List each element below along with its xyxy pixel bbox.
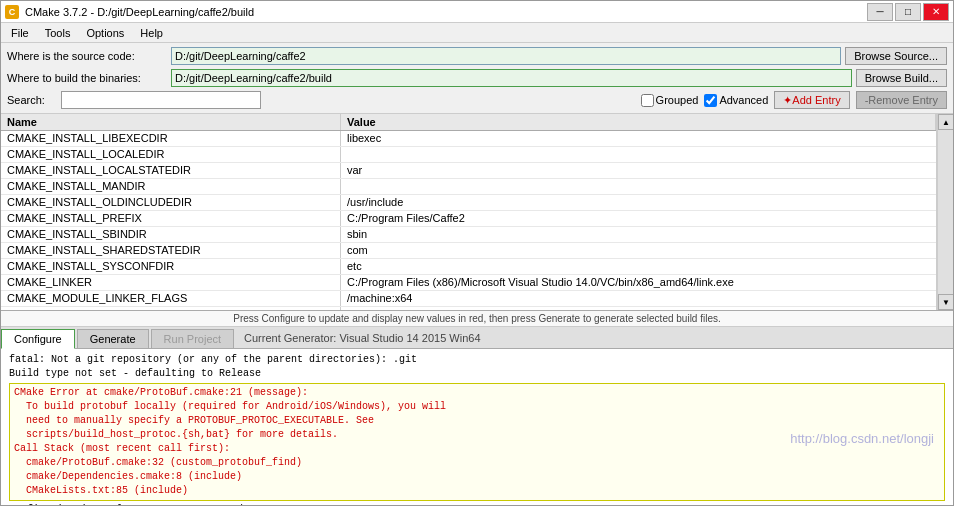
table-row[interactable]: CMAKE_INSTALL_SHAREDSTATEDIR com	[1, 243, 936, 259]
table-cell-value: libexec	[341, 131, 936, 146]
table-cell-value: com	[341, 243, 936, 258]
bottom-area: Press Configure to update and display ne…	[1, 310, 953, 505]
table-cell-name: CMAKE_INSTALL_SBINDIR	[1, 227, 341, 242]
browse-build-button[interactable]: Browse Build...	[856, 69, 947, 87]
table-row[interactable]: CMAKE_MODULE_LINKER_FLAGS /machine:x64	[1, 291, 936, 307]
binaries-input[interactable]	[171, 69, 852, 87]
grouped-checkbox-label[interactable]: Grouped	[641, 94, 699, 107]
table-cell-value: C:/Program Files/Caffe2	[341, 211, 936, 226]
binaries-row: Where to build the binaries: Browse Buil…	[7, 68, 947, 88]
source-input[interactable]	[171, 47, 841, 65]
restore-button[interactable]: □	[895, 3, 921, 21]
table-row[interactable]: CMAKE_INSTALL_LOCALEDIR	[1, 147, 936, 163]
output-line: To build protobuf locally (required for …	[14, 400, 940, 414]
value-column-header: Value	[341, 114, 936, 130]
output-area: fatal: Not a git repository (or any of t…	[1, 349, 953, 505]
watermark: http://blog.csdn.net/longji	[790, 431, 934, 446]
table-cell-name: CMAKE_INSTALL_LOCALEDIR	[1, 147, 341, 162]
source-label: Where is the source code:	[7, 50, 167, 62]
table-cell-name: CMAKE_INSTALL_OLDINCLUDEDIR	[1, 195, 341, 210]
output-line: CMake Error at cmake/ProtoBuf.cmake:21 (…	[14, 386, 940, 400]
grouped-checkbox[interactable]	[641, 94, 654, 107]
table-cell-name: CMAKE_LINKER	[1, 275, 341, 290]
table-cell-name: CMAKE_INSTALL_SYSCONFDIR	[1, 259, 341, 274]
output-body: fatal: Not a git repository (or any of t…	[9, 353, 945, 505]
advanced-checkbox-label[interactable]: Advanced	[704, 94, 768, 107]
table-row[interactable]: CMAKE_LINKER C:/Program Files (x86)/Micr…	[1, 275, 936, 291]
table-header: Name Value	[1, 114, 936, 131]
table-cell-value: /usr/include	[341, 195, 936, 210]
table-cell-value: /machine:x64	[341, 291, 936, 306]
window-title: CMake 3.7.2 - D:/git/DeepLearning/caffe2…	[25, 6, 254, 18]
table-row[interactable]: CMAKE_INSTALL_LIBEXECDIR libexec	[1, 131, 936, 147]
menu-help[interactable]: Help	[134, 25, 169, 41]
scroll-down-button[interactable]: ▼	[938, 294, 953, 310]
table-row[interactable]: CMAKE_INSTALL_OLDINCLUDEDIR /usr/include	[1, 195, 936, 211]
table-cell-name: CMAKE_INSTALL_PREFIX	[1, 211, 341, 226]
minimize-button[interactable]: ─	[867, 3, 893, 21]
table-body: CMAKE_INSTALL_LIBEXECDIR libexec CMAKE_I…	[1, 131, 936, 310]
tab-bar: Configure Generate Run Project Current G…	[1, 327, 953, 349]
table-cell-value	[341, 147, 936, 162]
scrollbar[interactable]: ▲ ▼	[937, 114, 953, 310]
close-button[interactable]: ✕	[923, 3, 949, 21]
title-bar: C CMake 3.7.2 - D:/git/DeepLearning/caff…	[1, 1, 953, 23]
table-row[interactable]: CMAKE_INSTALL_SYSCONFDIR etc	[1, 259, 936, 275]
remove-entry-button[interactable]: -Remove Entry	[856, 91, 947, 109]
browse-source-button[interactable]: Browse Source...	[845, 47, 947, 65]
table-row[interactable]: CMAKE_INSTALL_LOCALSTATEDIR var	[1, 163, 936, 179]
table-cell-name: CMAKE_MODULE_LINKER_FLAGS	[1, 291, 341, 306]
output-line: Configuring incomplete, errors occurred!	[9, 503, 945, 505]
output-line: need to manually specify a PROTOBUF_PROT…	[14, 414, 940, 428]
output-line: Build type not set - defaulting to Relea…	[9, 367, 945, 381]
table-cell-value: sbin	[341, 227, 936, 242]
configure-tab[interactable]: Configure	[1, 329, 75, 349]
title-bar-left: C CMake 3.7.2 - D:/git/DeepLearning/caff…	[5, 5, 254, 19]
scroll-up-button[interactable]: ▲	[938, 114, 953, 130]
table-cell-value: etc	[341, 259, 936, 274]
search-label: Search:	[7, 94, 57, 106]
output-line: cmake/ProtoBuf.cmake:32 (custom_protobuf…	[14, 456, 940, 470]
table-row[interactable]: CMAKE_INSTALL_MANDIR	[1, 179, 936, 195]
menu-bar: File Tools Options Help	[1, 23, 953, 43]
search-input[interactable]	[61, 91, 261, 109]
table-cell-name: CMAKE_INSTALL_SHAREDSTATEDIR	[1, 243, 341, 258]
cmake-table[interactable]: Name Value CMAKE_INSTALL_LIBEXECDIR libe…	[1, 114, 937, 310]
search-options: Grouped Advanced ✦Add Entry -Remove Entr…	[641, 91, 947, 109]
source-row: Where is the source code: Browse Source.…	[7, 46, 947, 66]
generate-tab[interactable]: Generate	[77, 329, 149, 348]
app-icon: C	[5, 5, 19, 19]
menu-tools[interactable]: Tools	[39, 25, 77, 41]
main-area: Name Value CMAKE_INSTALL_LIBEXECDIR libe…	[1, 114, 953, 310]
table-cell-name: CMAKE_INSTALL_LOCALSTATEDIR	[1, 163, 341, 178]
table-cell-name: CMAKE_INSTALL_LIBEXECDIR	[1, 131, 341, 146]
table-cell-value: var	[341, 163, 936, 178]
menu-options[interactable]: Options	[80, 25, 130, 41]
name-column-header: Name	[1, 114, 341, 130]
table-cell-value: C:/Program Files (x86)/Microsoft Visual …	[341, 275, 936, 290]
table-row[interactable]: CMAKE_INSTALL_SBINDIR sbin	[1, 227, 936, 243]
output-line: cmake/Dependencies.cmake:8 (include)	[14, 470, 940, 484]
output-line: CMakeLists.txt:85 (include)	[14, 484, 940, 498]
scroll-track[interactable]	[938, 130, 953, 294]
table-cell-value	[341, 179, 936, 194]
search-row: Search: Grouped Advanced ✦Add Entry -Rem…	[7, 90, 947, 110]
current-generator-label: Current Generator: Visual Studio 14 2015…	[236, 329, 953, 347]
title-controls: ─ □ ✕	[867, 3, 949, 21]
run-project-tab[interactable]: Run Project	[151, 329, 234, 348]
table-cell-name: CMAKE_INSTALL_MANDIR	[1, 179, 341, 194]
status-bar: Press Configure to update and display ne…	[1, 311, 953, 327]
advanced-checkbox[interactable]	[704, 94, 717, 107]
binaries-label: Where to build the binaries:	[7, 72, 167, 84]
toolbar: Where is the source code: Browse Source.…	[1, 43, 953, 114]
table-row[interactable]: CMAKE_INSTALL_PREFIX C:/Program Files/Ca…	[1, 211, 936, 227]
menu-file[interactable]: File	[5, 25, 35, 41]
output-line: fatal: Not a git repository (or any of t…	[9, 353, 945, 367]
add-entry-button[interactable]: ✦Add Entry	[774, 91, 849, 109]
